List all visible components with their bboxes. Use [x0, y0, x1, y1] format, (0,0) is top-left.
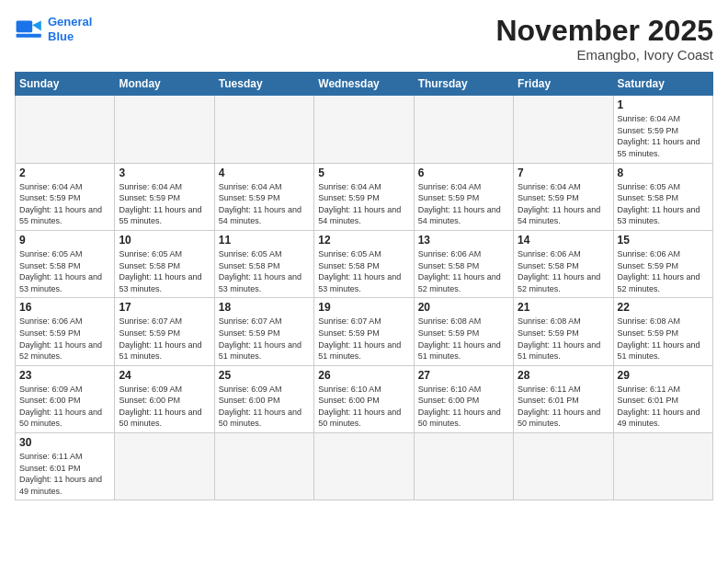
- cell-2-0: 9Sunrise: 6:05 AM Sunset: 5:58 PM Daylig…: [16, 230, 115, 297]
- cell-3-1: 17Sunrise: 6:07 AM Sunset: 5:59 PM Dayli…: [115, 298, 214, 365]
- svg-rect-2: [17, 34, 41, 38]
- day-info-20: Sunrise: 6:08 AM Sunset: 5:59 PM Dayligh…: [418, 316, 509, 362]
- day-number-13: 13: [418, 234, 509, 247]
- generalblue-logo-icon: [15, 15, 44, 44]
- cell-0-3: [314, 96, 414, 163]
- cell-1-5: 7Sunrise: 6:04 AM Sunset: 5:59 PM Daylig…: [514, 163, 613, 230]
- header: General Blue November 2025 Emangbo, Ivor…: [15, 15, 713, 63]
- cell-1-2: 4Sunrise: 6:04 AM Sunset: 5:59 PM Daylig…: [214, 163, 313, 230]
- cell-3-3: 19Sunrise: 6:07 AM Sunset: 5:59 PM Dayli…: [314, 298, 414, 365]
- cell-4-5: 28Sunrise: 6:11 AM Sunset: 6:01 PM Dayli…: [514, 365, 613, 432]
- header-friday: Friday: [514, 73, 613, 96]
- week-row-2: 9Sunrise: 6:05 AM Sunset: 5:58 PM Daylig…: [16, 230, 713, 297]
- calendar-header: Sunday Monday Tuesday Wednesday Thursday…: [16, 73, 713, 96]
- cell-0-5: [514, 96, 613, 163]
- day-info-22: Sunrise: 6:08 AM Sunset: 5:59 PM Dayligh…: [618, 316, 709, 362]
- day-info-10: Sunrise: 6:05 AM Sunset: 5:58 PM Dayligh…: [119, 248, 210, 294]
- svg-rect-0: [17, 20, 33, 32]
- day-number-30: 30: [19, 436, 110, 449]
- day-number-16: 16: [19, 301, 110, 314]
- day-number-3: 3: [119, 167, 210, 179]
- logo-line2: Blue: [48, 29, 74, 43]
- header-tuesday: Tuesday: [214, 73, 313, 96]
- cell-2-5: 14Sunrise: 6:06 AM Sunset: 5:58 PM Dayli…: [514, 230, 613, 297]
- day-info-18: Sunrise: 6:07 AM Sunset: 5:59 PM Dayligh…: [219, 316, 310, 362]
- cell-4-6: 29Sunrise: 6:11 AM Sunset: 6:01 PM Dayli…: [613, 365, 712, 432]
- day-number-7: 7: [518, 167, 609, 179]
- title-area: November 2025 Emangbo, Ivory Coast: [495, 15, 713, 63]
- location-title: Emangbo, Ivory Coast: [495, 47, 713, 63]
- cell-1-6: 8Sunrise: 6:05 AM Sunset: 5:58 PM Daylig…: [613, 163, 712, 230]
- day-info-3: Sunrise: 6:04 AM Sunset: 5:59 PM Dayligh…: [119, 181, 210, 227]
- week-row-0: 1Sunrise: 6:04 AM Sunset: 5:59 PM Daylig…: [16, 96, 713, 163]
- cell-2-6: 15Sunrise: 6:06 AM Sunset: 5:59 PM Dayli…: [613, 230, 712, 297]
- day-number-14: 14: [518, 234, 609, 247]
- day-number-19: 19: [318, 301, 409, 314]
- day-number-11: 11: [219, 234, 310, 247]
- logo-line1: General: [48, 15, 92, 29]
- cell-2-3: 12Sunrise: 6:05 AM Sunset: 5:58 PM Dayli…: [314, 230, 414, 297]
- header-thursday: Thursday: [414, 73, 513, 96]
- day-info-8: Sunrise: 6:05 AM Sunset: 5:58 PM Dayligh…: [618, 181, 709, 227]
- day-info-19: Sunrise: 6:07 AM Sunset: 5:59 PM Dayligh…: [318, 316, 409, 362]
- cell-5-1: [115, 433, 214, 500]
- day-number-20: 20: [418, 301, 509, 314]
- day-number-27: 27: [418, 369, 509, 382]
- day-info-11: Sunrise: 6:05 AM Sunset: 5:58 PM Dayligh…: [219, 248, 310, 294]
- day-number-6: 6: [418, 167, 509, 179]
- cell-2-2: 11Sunrise: 6:05 AM Sunset: 5:58 PM Dayli…: [214, 230, 313, 297]
- week-row-5: 30Sunrise: 6:11 AM Sunset: 6:01 PM Dayli…: [16, 433, 713, 500]
- cell-1-1: 3Sunrise: 6:04 AM Sunset: 5:59 PM Daylig…: [115, 163, 214, 230]
- day-info-7: Sunrise: 6:04 AM Sunset: 5:59 PM Dayligh…: [518, 181, 609, 227]
- day-number-22: 22: [618, 301, 709, 314]
- cell-5-0: 30Sunrise: 6:11 AM Sunset: 6:01 PM Dayli…: [16, 433, 115, 500]
- header-monday: Monday: [115, 73, 214, 96]
- day-info-1: Sunrise: 6:04 AM Sunset: 5:59 PM Dayligh…: [618, 113, 709, 159]
- day-info-30: Sunrise: 6:11 AM Sunset: 6:01 PM Dayligh…: [19, 451, 110, 497]
- day-number-5: 5: [318, 167, 409, 179]
- cell-1-3: 5Sunrise: 6:04 AM Sunset: 5:59 PM Daylig…: [314, 163, 414, 230]
- cell-5-6: [613, 433, 712, 500]
- day-number-17: 17: [119, 301, 210, 314]
- day-number-18: 18: [219, 301, 310, 314]
- day-info-9: Sunrise: 6:05 AM Sunset: 5:58 PM Dayligh…: [19, 248, 110, 294]
- day-info-16: Sunrise: 6:06 AM Sunset: 5:59 PM Dayligh…: [19, 316, 110, 362]
- day-info-26: Sunrise: 6:10 AM Sunset: 6:00 PM Dayligh…: [318, 384, 409, 430]
- day-number-10: 10: [119, 234, 210, 247]
- cell-3-4: 20Sunrise: 6:08 AM Sunset: 5:59 PM Dayli…: [414, 298, 513, 365]
- calendar-table: Sunday Monday Tuesday Wednesday Thursday…: [15, 72, 713, 500]
- day-info-27: Sunrise: 6:10 AM Sunset: 6:00 PM Dayligh…: [418, 384, 509, 430]
- day-number-24: 24: [119, 369, 210, 382]
- day-info-15: Sunrise: 6:06 AM Sunset: 5:59 PM Dayligh…: [618, 248, 709, 294]
- cell-5-3: [314, 433, 414, 500]
- header-saturday: Saturday: [613, 73, 712, 96]
- day-number-12: 12: [318, 234, 409, 247]
- month-title: November 2025: [495, 15, 713, 47]
- cell-0-1: [115, 96, 214, 163]
- day-info-21: Sunrise: 6:08 AM Sunset: 5:59 PM Dayligh…: [518, 316, 609, 362]
- week-row-4: 23Sunrise: 6:09 AM Sunset: 6:00 PM Dayli…: [16, 365, 713, 432]
- header-wednesday: Wednesday: [314, 73, 414, 96]
- cell-1-0: 2Sunrise: 6:04 AM Sunset: 5:59 PM Daylig…: [16, 163, 115, 230]
- cell-2-4: 13Sunrise: 6:06 AM Sunset: 5:58 PM Dayli…: [414, 230, 513, 297]
- week-row-3: 16Sunrise: 6:06 AM Sunset: 5:59 PM Dayli…: [16, 298, 713, 365]
- day-number-15: 15: [618, 234, 709, 247]
- day-info-28: Sunrise: 6:11 AM Sunset: 6:01 PM Dayligh…: [518, 384, 609, 430]
- day-info-13: Sunrise: 6:06 AM Sunset: 5:58 PM Dayligh…: [418, 248, 509, 294]
- day-number-28: 28: [518, 369, 609, 382]
- cell-5-4: [414, 433, 513, 500]
- day-info-29: Sunrise: 6:11 AM Sunset: 6:01 PM Dayligh…: [618, 384, 709, 430]
- cell-3-2: 18Sunrise: 6:07 AM Sunset: 5:59 PM Dayli…: [214, 298, 313, 365]
- day-info-5: Sunrise: 6:04 AM Sunset: 5:59 PM Dayligh…: [318, 181, 409, 227]
- cell-4-3: 26Sunrise: 6:10 AM Sunset: 6:00 PM Dayli…: [314, 365, 414, 432]
- cell-3-6: 22Sunrise: 6:08 AM Sunset: 5:59 PM Dayli…: [613, 298, 712, 365]
- day-number-9: 9: [19, 234, 110, 247]
- day-number-29: 29: [618, 369, 709, 382]
- cell-4-1: 24Sunrise: 6:09 AM Sunset: 6:00 PM Dayli…: [115, 365, 214, 432]
- day-number-1: 1: [618, 98, 709, 111]
- logo: General Blue: [15, 15, 92, 44]
- day-info-2: Sunrise: 6:04 AM Sunset: 5:59 PM Dayligh…: [19, 181, 110, 227]
- cell-3-0: 16Sunrise: 6:06 AM Sunset: 5:59 PM Dayli…: [16, 298, 115, 365]
- cell-0-4: [414, 96, 513, 163]
- day-info-23: Sunrise: 6:09 AM Sunset: 6:00 PM Dayligh…: [19, 384, 110, 430]
